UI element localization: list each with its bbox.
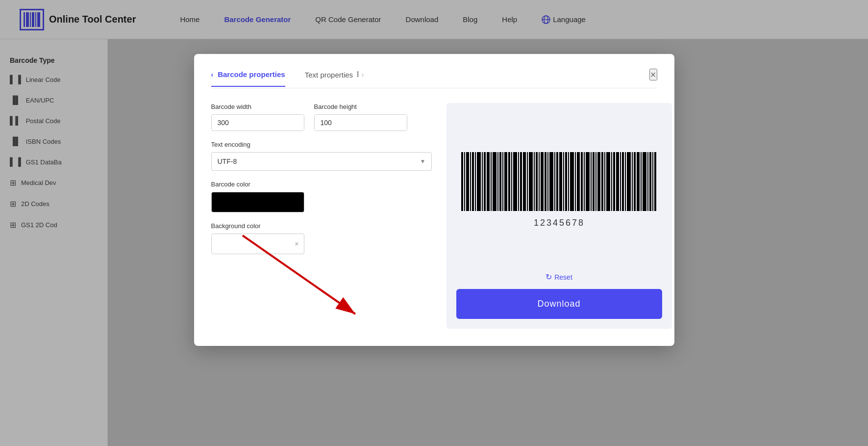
background-color-row: Background color × xyxy=(211,222,432,254)
barcode-color-row: Barcode color xyxy=(211,181,432,212)
svg-rect-65 xyxy=(627,152,631,211)
text-encoding-label: Text encoding xyxy=(211,141,432,148)
svg-rect-12 xyxy=(470,152,471,211)
svg-rect-67 xyxy=(634,152,636,211)
barcode-height-input-wrap: ▲ ▼ xyxy=(314,114,407,131)
svg-rect-9 xyxy=(461,152,463,211)
barcode-preview: 12345678 xyxy=(456,113,662,267)
svg-rect-23 xyxy=(502,152,503,211)
svg-rect-53 xyxy=(593,152,595,211)
svg-rect-17 xyxy=(484,152,486,211)
svg-rect-74 xyxy=(654,152,656,211)
reset-label: Reset xyxy=(554,273,572,281)
svg-rect-44 xyxy=(565,152,567,211)
dimensions-row: Barcode width ▲ ▼ Barcode height xyxy=(211,103,432,131)
svg-rect-66 xyxy=(632,152,633,211)
svg-rect-21 xyxy=(497,152,498,211)
reset-row: ↻ Reset xyxy=(456,272,662,282)
svg-rect-26 xyxy=(511,152,512,211)
reset-button[interactable]: ↻ Reset xyxy=(546,272,572,282)
cursor-icon: I xyxy=(357,70,359,79)
svg-text:12345678: 12345678 xyxy=(533,218,584,228)
svg-rect-70 xyxy=(643,152,646,211)
svg-rect-38 xyxy=(547,152,548,211)
barcode-width-input[interactable] xyxy=(212,115,304,131)
svg-rect-43 xyxy=(563,152,564,211)
svg-rect-47 xyxy=(575,152,576,211)
svg-rect-51 xyxy=(586,152,590,211)
reset-icon: ↻ xyxy=(546,272,552,282)
svg-rect-31 xyxy=(527,152,528,211)
barcode-width-field: Barcode width ▲ ▼ xyxy=(211,103,304,131)
text-encoding-select[interactable]: UTF-8 UTF-16 ISO-8859-1 xyxy=(211,152,432,171)
svg-rect-45 xyxy=(568,152,569,211)
barcode-svg: 12345678 xyxy=(456,150,662,231)
svg-rect-35 xyxy=(539,152,540,211)
barcode-width-input-wrap: ▲ ▼ xyxy=(211,114,304,131)
barcode-color-label: Barcode color xyxy=(211,181,432,188)
svg-rect-63 xyxy=(622,152,624,211)
svg-rect-73 xyxy=(652,152,653,211)
svg-rect-39 xyxy=(549,152,553,211)
svg-rect-42 xyxy=(559,152,562,211)
background-color-label: Background color xyxy=(211,222,432,230)
svg-rect-71 xyxy=(647,152,648,211)
svg-rect-61 xyxy=(616,152,619,211)
svg-rect-57 xyxy=(604,152,605,211)
svg-rect-34 xyxy=(536,152,538,211)
svg-rect-32 xyxy=(529,152,533,211)
svg-rect-29 xyxy=(520,152,522,211)
barcode-color-swatch[interactable] xyxy=(211,192,304,212)
download-button[interactable]: Download xyxy=(456,289,662,319)
svg-rect-16 xyxy=(482,152,483,211)
svg-rect-48 xyxy=(577,152,580,211)
left-panel: Barcode width ▲ ▼ Barcode height xyxy=(211,103,432,329)
svg-rect-72 xyxy=(649,152,651,211)
svg-rect-58 xyxy=(606,152,610,211)
barcode-height-input[interactable] xyxy=(315,115,407,131)
barcode-color-black xyxy=(212,192,304,212)
chevron-left-icon: ‹ xyxy=(211,71,214,79)
barcode-height-field: Barcode height ▲ ▼ xyxy=(314,103,407,131)
svg-rect-40 xyxy=(554,152,555,211)
svg-rect-60 xyxy=(613,152,615,211)
barcode-height-label: Barcode height xyxy=(314,103,407,110)
barcode-width-label: Barcode width xyxy=(211,103,304,110)
svg-rect-18 xyxy=(487,152,490,211)
svg-rect-52 xyxy=(591,152,592,211)
modal: ‹ Barcode properties Text properties I ›… xyxy=(194,54,674,346)
svg-rect-11 xyxy=(466,152,469,211)
svg-rect-10 xyxy=(464,152,465,211)
close-button[interactable]: × xyxy=(649,69,657,80)
encoding-row: Text encoding UTF-8 UTF-16 ISO-8859-1 ▼ xyxy=(211,141,432,171)
svg-rect-56 xyxy=(601,152,603,211)
svg-rect-24 xyxy=(504,152,507,211)
svg-rect-49 xyxy=(581,152,583,211)
svg-rect-50 xyxy=(584,152,585,211)
svg-rect-33 xyxy=(534,152,535,211)
text-encoding-select-wrap: UTF-8 UTF-16 ISO-8859-1 ▼ xyxy=(211,152,432,171)
svg-rect-64 xyxy=(625,152,626,211)
svg-rect-19 xyxy=(491,152,492,211)
tab-text-properties[interactable]: Text properties xyxy=(305,71,353,86)
svg-rect-13 xyxy=(472,152,474,211)
svg-rect-37 xyxy=(545,152,546,211)
background-color-swatch[interactable]: × xyxy=(211,234,304,254)
tab-barcode-properties[interactable]: ‹ Barcode properties xyxy=(211,70,285,87)
svg-rect-28 xyxy=(518,152,519,211)
clear-icon: × xyxy=(295,240,298,248)
svg-rect-25 xyxy=(508,152,510,211)
svg-rect-41 xyxy=(556,152,558,211)
svg-rect-55 xyxy=(597,152,600,211)
chevron-right-icon: › xyxy=(362,71,364,79)
svg-rect-27 xyxy=(513,152,517,211)
modal-header: ‹ Barcode properties Text properties I ›… xyxy=(211,69,657,88)
modal-body: Barcode width ▲ ▼ Barcode height xyxy=(211,103,657,329)
svg-rect-59 xyxy=(611,152,612,211)
svg-rect-46 xyxy=(570,152,574,211)
right-panel: 12345678 ↻ Reset Download xyxy=(446,103,672,329)
svg-rect-14 xyxy=(475,152,476,211)
dimensions-pair: Barcode width ▲ ▼ Barcode height xyxy=(211,103,432,131)
svg-rect-36 xyxy=(541,152,544,211)
svg-rect-68 xyxy=(637,152,640,211)
